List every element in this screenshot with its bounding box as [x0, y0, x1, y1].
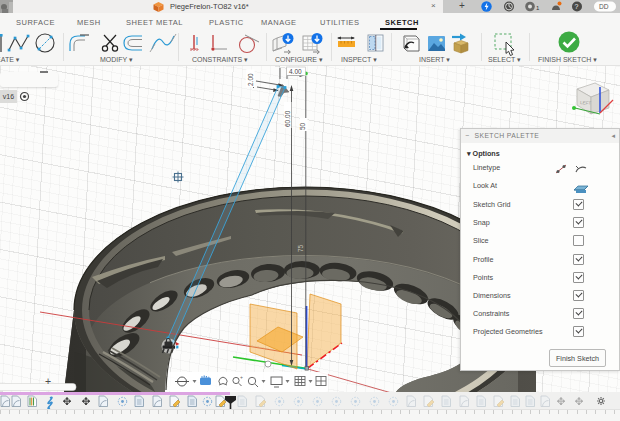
svg-text:LEFT: LEFT: [580, 100, 592, 106]
svg-text:2.00: 2.00: [247, 73, 254, 86]
svg-text:4.00: 4.00: [289, 68, 302, 75]
svg-text:50: 50: [299, 122, 306, 130]
svg-text:1: 1: [536, 5, 540, 11]
svg-text:75: 75: [297, 244, 304, 252]
svg-text:60.00: 60.00: [284, 110, 291, 127]
svg-text:DD: DD: [599, 3, 609, 10]
svg-text:?: ?: [575, 3, 579, 10]
svg-text:+: +: [240, 374, 243, 380]
